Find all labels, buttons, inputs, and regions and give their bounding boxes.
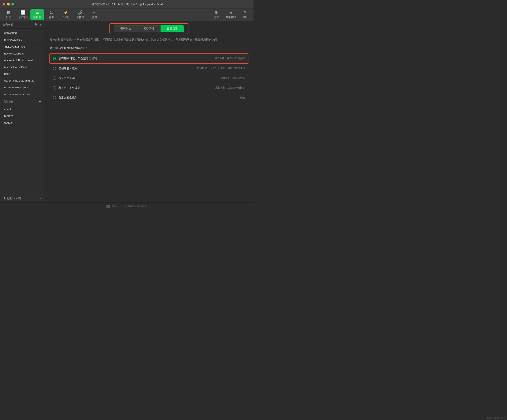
sidebar-item-nucleicAcidPoint[interactable]: nucleicAcidPoint [1,50,43,57]
permission-list: 所有用户可读，仅创建者可读写用户评论、用户公开信息等仅创建者可读写适用场景：用户… [49,53,248,102]
billing-label: 费用管理 [225,16,236,19]
permission-left-all-read-creator-write: 所有用户可读，仅创建者可读写 [53,57,97,60]
permission-item-all-read[interactable]: 所有用户可读适用场景：商品信息等 [49,73,248,83]
permission-item-all-read-creator-write[interactable]: 所有用户可读，仅创建者可读写用户评论、用户公开信息等 [49,53,248,63]
nav-right-items: ⚙设置🖥费用管理?帮助 [210,9,252,20]
sidebar-advanced-item-update[interactable]: update [1,119,43,126]
permission-desc-creator-only: 适用场景：用户个人设置、用户订单管理等 [197,67,245,70]
settings-label: 设置 [214,16,219,19]
sidebar: 集合名称 🔍 + appConfigmakeAvatarBgmakeAvatar… [0,21,44,202]
radio-no-access[interactable] [53,86,56,90]
tab-data-permission[interactable]: 数据权限 [161,25,184,32]
main-layout: 集合名称 🔍 + appConfigmakeAvatarBgmakeAvatar… [0,21,254,202]
nav-item-settings[interactable]: ⚙设置 [210,9,223,20]
sidebar-item-wx-ext-cms-data-migrate[interactable]: wx-ext-cms-data-migrate [1,77,43,84]
minimize-button[interactable] [7,3,10,6]
nav-item-database[interactable]: ☰数据库 [30,9,44,20]
overview-icon: ⊞ [7,10,10,15]
radio-all-read[interactable] [53,77,56,80]
sidebar-item-appConfig[interactable]: appConfig [1,30,43,36]
storage-label: 存储 [49,16,54,19]
add-collection-icon[interactable]: + [40,23,42,27]
nav-item-storage[interactable]: 🗂存储 [45,9,58,20]
storage-icon: 🗂 [50,10,53,15]
tab-bar: 记录列表索引管理数据权限 [114,25,184,32]
cloudhost-label: 云托管 [77,16,84,19]
permission-left-creator-only: 仅创建者可读写 [53,67,77,70]
sidebar-advanced-item-remove[interactable]: remove [1,113,43,119]
settings-icon: ⚙ [215,10,218,15]
permission-left-custom: 自定义安全规则 [53,96,77,99]
sidebar-item-makeAvatarBg[interactable]: makeAvatarBg [1,36,43,43]
nav-item-help[interactable]: ?帮助 [238,9,252,20]
sidebar-header-label: 集合名称 [2,23,14,27]
content-area: 记录列表索引管理数据权限 云控台和服务端始终有所有数据读写权限，以下配置仅对小程… [44,21,254,202]
database-icon: ☰ [35,10,39,15]
content-body: 云控台和服务端始终有所有数据读写权限，以下配置仅对小程序端发起的请求有效，除自定… [44,34,254,202]
info-text: 云控台和服务端始终有所有数据读写权限，以下配置仅对小程序端发起的请求有效，除自定… [49,38,248,42]
sidebar-header-actions: 🔍 + [35,23,42,27]
top-navigation: ⊞概览📊运营分析☰数据库🗂存储⚡云函数🔗云托管⋯更多 ⚙设置🖥费用管理?帮助 [0,8,254,21]
nav-item-overview[interactable]: ⊞概览 [2,9,15,20]
radio-creator-only[interactable] [53,67,56,70]
analytics-icon: 📊 [21,10,25,15]
cloudfunc-label: 云函数 [62,16,70,19]
sidebar-header: 集合名称 🔍 + [0,21,44,28]
advanced-section-label: 高级操作 [3,100,14,104]
overview-label: 概览 [6,16,11,19]
window-controls [2,3,14,6]
permission-item-no-access[interactable]: 所有用户不可读写适用场景：后台流水数据等 [49,83,248,93]
sidebar-item-user[interactable]: user [1,70,43,77]
close-button[interactable] [2,3,5,6]
sidebar-item-nucleicAcidPoint_transit[interactable]: nucleicAcidPoint_transit [1,57,43,63]
more-label: 更多 [92,16,97,19]
permission-left-all-read: 所有用户可读 [53,76,75,80]
tab-record-list[interactable]: 记录列表 [114,25,137,32]
nav-item-cloudfunc[interactable]: ⚡云函数 [59,9,73,20]
sidebar-item-wx-ext-cms-schemas[interactable]: wx-ext-cms-schemas [1,91,43,97]
permission-desc-custom: 修改 [239,96,245,99]
permission-label-no-access: 所有用户不可读写 [58,86,80,90]
footer-text: 腾讯云TCB提供存储及计算服务 [112,204,147,208]
advanced-section-header: 高级操作 + [0,98,44,105]
footer: 腾讯云TCB提供存储及计算服务 [0,202,254,210]
sidebar-item-releaseHouseData[interactable]: releaseHouseData [1,64,43,70]
permission-label-creator-only: 仅创建者可读写 [58,67,77,70]
analytics-label: 运营分析 [18,16,28,19]
permission-label-all-read-creator-write: 所有用户可读，仅创建者可读写 [58,57,97,60]
sidebar-footer-label: 数据库回档 [7,196,21,200]
radio-custom[interactable] [53,96,56,99]
radio-all-read-creator-write[interactable] [53,57,56,60]
maximize-button[interactable] [11,3,14,6]
sidebar-item-wx-ext-cms-projects[interactable]: wx-ext-cms-projects [1,84,43,91]
tab-index-mgmt[interactable]: 索引管理 [137,25,161,32]
permission-left-no-access: 所有用户不可读写 [53,86,80,90]
app-title: 云开发控制台 v1.5.14（当前环境 cloud1-3gpkfcgu3d6c8… [89,2,165,6]
modify-link-custom[interactable]: 修改 [239,96,245,99]
database-archive-icon: ⬆ [3,197,6,200]
nav-items: ⊞概览📊运营分析☰数据库🗂存储⚡云函数🔗云托管⋯更多 [2,9,101,20]
sidebar-footer[interactable]: ⬆ 数据库回档 › [0,194,44,202]
collection-list: appConfigmakeAvatarBgmakeAvatarTypenucle… [0,28,44,97]
permission-label-custom: 自定义安全规则 [58,96,77,99]
nav-item-more[interactable]: ⋯更多 [88,9,101,20]
nav-item-billing[interactable]: 🖥费用管理 [224,9,238,20]
sidebar-item-makeAvatarType[interactable]: makeAvatarType [1,43,43,50]
chevron-right-icon: › [40,197,41,200]
permission-item-custom[interactable]: 自定义安全规则修改 [49,93,248,102]
section-label: 对于集合中的每条数据记录： [49,46,248,50]
permission-label-all-read: 所有用户可读 [58,76,75,80]
permission-item-creator-only[interactable]: 仅创建者可读写适用场景：用户个人设置、用户订单管理等 [49,63,248,73]
tab-bar-wrapper: 记录列表索引管理数据权限 [109,23,188,34]
help-label: 帮助 [242,16,248,19]
billing-icon: 🖥 [229,10,232,15]
nav-item-analytics[interactable]: 📊运营分析 [16,9,29,20]
add-advanced-icon[interactable]: + [39,100,41,104]
sidebar-advanced-item-count[interactable]: count [1,106,43,112]
database-label: 数据库 [33,16,41,19]
help-icon: ? [244,10,246,15]
permission-desc-no-access: 适用场景：后台流水数据等 [215,86,245,90]
permission-desc-all-read: 适用场景：商品信息等 [220,76,245,80]
search-icon[interactable]: 🔍 [35,23,38,26]
nav-item-cloudhost[interactable]: 🔗云托管 [73,9,87,20]
